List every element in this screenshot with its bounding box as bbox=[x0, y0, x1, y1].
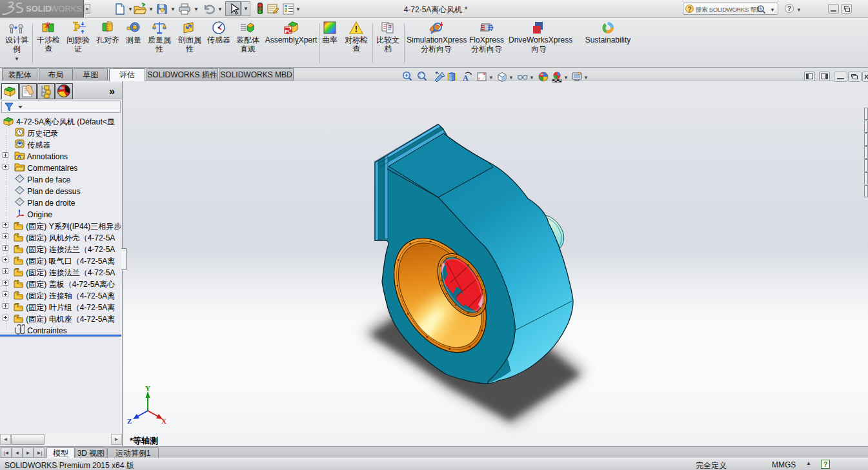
svg-text:▼: ▼ bbox=[563, 75, 569, 81]
svg-text:WORKS: WORKS bbox=[50, 4, 82, 14]
svg-text:▼: ▼ bbox=[583, 75, 589, 81]
svg-text:SOLID: SOLID bbox=[26, 4, 52, 14]
svg-text:A: A bbox=[17, 153, 22, 160]
svg-text:▼: ▼ bbox=[529, 75, 534, 81]
svg-text:?: ? bbox=[389, 24, 392, 30]
svg-text:▼: ▼ bbox=[509, 75, 514, 81]
svg-text:▼: ▼ bbox=[489, 75, 494, 81]
svg-text:A: A bbox=[463, 73, 469, 83]
